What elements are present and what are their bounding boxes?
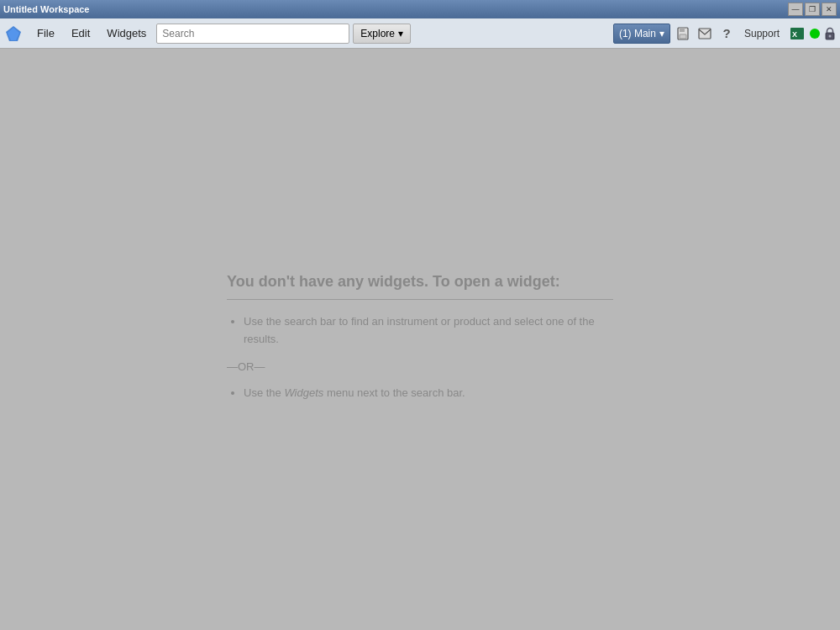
empty-state-bullet-2: Use the Widgets menu next to the search … xyxy=(244,385,613,402)
empty-state: You don't have any widgets. To open a wi… xyxy=(227,273,613,405)
right-toolbar: (1) Main ▾ ? Support X xyxy=(613,24,837,44)
main-selector-button[interactable]: (1) Main ▾ xyxy=(613,24,670,44)
bullet2-widget: Widgets xyxy=(284,386,323,399)
svg-point-9 xyxy=(829,34,832,37)
explore-chevron-icon: ▾ xyxy=(398,28,403,39)
help-icon[interactable]: ? xyxy=(717,24,736,43)
search-input[interactable] xyxy=(156,24,349,44)
empty-state-divider xyxy=(227,299,613,300)
empty-state-list-2: Use the Widgets menu next to the search … xyxy=(227,385,613,402)
menu-bar: File Edit Widgets Explore ▾ (1) Main ▾ ? xyxy=(0,18,840,49)
menu-widgets[interactable]: Widgets xyxy=(100,24,153,43)
close-button[interactable]: ✕ xyxy=(822,3,837,16)
lock-icon[interactable] xyxy=(823,27,837,40)
empty-state-title: You don't have any widgets. To open a wi… xyxy=(227,273,613,291)
save-icon[interactable] xyxy=(674,24,692,43)
minimize-button[interactable]: — xyxy=(788,3,803,16)
menu-edit[interactable]: Edit xyxy=(65,24,97,43)
bullet2-prefix: Use the xyxy=(244,386,284,399)
main-selector-chevron-icon: ▾ xyxy=(659,28,664,39)
svg-rect-3 xyxy=(680,28,685,32)
logo-icon xyxy=(4,24,23,43)
mail-icon[interactable] xyxy=(696,24,714,43)
main-selector-label: (1) Main xyxy=(619,28,656,39)
svg-rect-5 xyxy=(699,29,711,39)
explore-button[interactable]: Explore ▾ xyxy=(353,24,411,44)
menu-file[interactable]: File xyxy=(30,24,61,43)
or-divider: —OR— xyxy=(227,360,613,373)
title-bar-controls: — ❐ ✕ xyxy=(788,3,837,16)
connection-status-indicator xyxy=(810,29,820,39)
title-bar: Untitled Workspace — ❐ ✕ xyxy=(0,0,840,18)
bullet2-suffix: menu next to the search bar. xyxy=(323,386,465,399)
empty-state-list: Use the search bar to find an instrument… xyxy=(227,313,613,349)
support-label: Support xyxy=(744,28,780,39)
support-button[interactable]: Support xyxy=(739,24,785,43)
empty-state-bullet-1: Use the search bar to find an instrument… xyxy=(244,313,613,349)
explore-label: Explore xyxy=(360,28,395,39)
title-bar-title: Untitled Workspace xyxy=(3,4,788,14)
app-logo xyxy=(3,24,24,44)
excel-icon[interactable]: X xyxy=(788,24,806,43)
restore-button[interactable]: ❐ xyxy=(805,3,820,16)
svg-text:X: X xyxy=(792,30,797,39)
main-content: You don't have any widgets. To open a wi… xyxy=(0,49,840,630)
svg-rect-4 xyxy=(680,34,686,39)
